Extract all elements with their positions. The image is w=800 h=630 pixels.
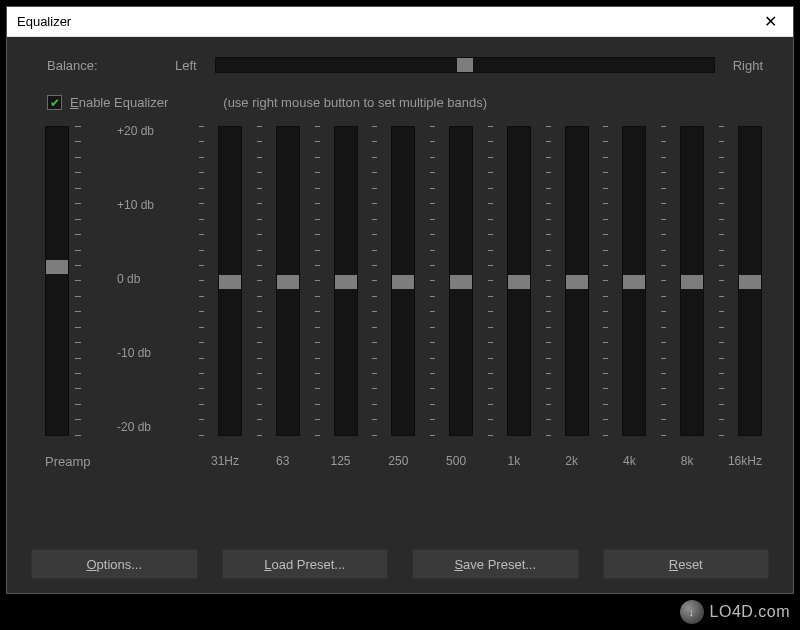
balance-right-label: Right [733, 58, 763, 73]
band-thumb[interactable] [450, 275, 472, 289]
freq-label: 16kHz [721, 454, 769, 468]
window-title: Equalizer [17, 14, 748, 29]
eq-band [548, 126, 596, 486]
band-slider[interactable] [565, 126, 589, 436]
band-tick-marks [661, 126, 666, 436]
freq-label: 2k [548, 454, 596, 468]
frequency-labels: 31Hz631252505001k2k4k8k16kHz [201, 454, 769, 468]
band-slider[interactable] [449, 126, 473, 436]
band-thumb[interactable] [219, 275, 241, 289]
freq-label: 8k [663, 454, 711, 468]
freq-label: 250 [374, 454, 422, 468]
band-thumb[interactable] [277, 275, 299, 289]
band-tick-marks [430, 126, 435, 436]
db-label: +10 db [117, 198, 177, 212]
enable-equalizer-checkbox[interactable]: ✔ Enable Equalizer [47, 95, 168, 110]
band-slider[interactable] [276, 126, 300, 436]
band-tick-marks [199, 126, 204, 436]
band-slider[interactable] [738, 126, 762, 436]
freq-label: 63 [259, 454, 307, 468]
band-tick-marks [546, 126, 551, 436]
db-scale-labels: +20 db +10 db 0 db -10 db -20 db [117, 126, 177, 436]
slider-area: +20 db +10 db 0 db -10 db -20 db Preamp … [31, 126, 769, 486]
preamp-label: Preamp [45, 454, 91, 469]
button-row: Options... Load Preset... Save Preset...… [31, 549, 769, 579]
eq-band [663, 126, 711, 486]
options-button[interactable]: Options... [31, 549, 198, 579]
band-thumb[interactable] [508, 275, 530, 289]
band-thumb[interactable] [566, 275, 588, 289]
db-label: -20 db [117, 420, 177, 434]
band-slider[interactable] [680, 126, 704, 436]
band-slider[interactable] [391, 126, 415, 436]
eq-band [721, 126, 769, 486]
eq-band [605, 126, 653, 486]
freq-label: 125 [317, 454, 365, 468]
check-icon: ✔ [47, 95, 62, 110]
reset-button[interactable]: Reset [603, 549, 770, 579]
enable-row: ✔ Enable Equalizer (use right mouse butt… [7, 85, 793, 116]
balance-label: Balance: [47, 58, 157, 73]
preamp-thumb[interactable] [46, 260, 68, 274]
load-preset-button[interactable]: Load Preset... [222, 549, 389, 579]
preamp-tick-marks [75, 126, 85, 436]
band-thumb[interactable] [335, 275, 357, 289]
band-tick-marks [719, 126, 724, 436]
band-slider[interactable] [507, 126, 531, 436]
balance-row: Balance: Left Right [7, 37, 793, 85]
band-thumb[interactable] [681, 275, 703, 289]
db-label: -10 db [117, 346, 177, 360]
band-tick-marks [488, 126, 493, 436]
band-tick-marks [257, 126, 262, 436]
eq-band [490, 126, 538, 486]
preamp-group: +20 db +10 db 0 db -10 db -20 db [45, 126, 195, 486]
download-icon: ↓ [680, 600, 704, 624]
band-thumb[interactable] [392, 275, 414, 289]
eq-band [317, 126, 365, 486]
balance-left-label: Left [175, 58, 197, 73]
freq-label: 500 [432, 454, 480, 468]
titlebar: Equalizer ✕ [7, 7, 793, 37]
save-preset-button[interactable]: Save Preset... [412, 549, 579, 579]
balance-thumb[interactable] [457, 58, 473, 72]
eq-band [201, 126, 249, 486]
band-slider[interactable] [622, 126, 646, 436]
band-slider[interactable] [218, 126, 242, 436]
band-tick-marks [315, 126, 320, 436]
band-thumb[interactable] [739, 275, 761, 289]
freq-label: 31Hz [201, 454, 249, 468]
content-panel: Balance: Left Right ✔ Enable Equalizer (… [7, 37, 793, 593]
db-label: 0 db [117, 272, 177, 286]
enable-label: Enable Equalizer [70, 95, 168, 110]
eq-band [432, 126, 480, 486]
equalizer-window: Equalizer ✕ Balance: Left Right ✔ Enable… [6, 6, 794, 594]
eq-band [259, 126, 307, 486]
close-icon[interactable]: ✕ [748, 7, 793, 37]
hint-text: (use right mouse button to set multiple … [223, 95, 487, 110]
freq-label: 4k [605, 454, 653, 468]
band-slider[interactable] [334, 126, 358, 436]
db-label: +20 db [117, 124, 177, 138]
band-thumb[interactable] [623, 275, 645, 289]
balance-slider[interactable] [215, 57, 715, 73]
eq-bands [201, 126, 769, 486]
watermark: ↓ LO4D.com [680, 600, 790, 624]
preamp-slider[interactable] [45, 126, 69, 436]
watermark-text: LO4D.com [710, 603, 790, 621]
freq-label: 1k [490, 454, 538, 468]
band-tick-marks [372, 126, 377, 436]
band-tick-marks [603, 126, 608, 436]
eq-band [374, 126, 422, 486]
